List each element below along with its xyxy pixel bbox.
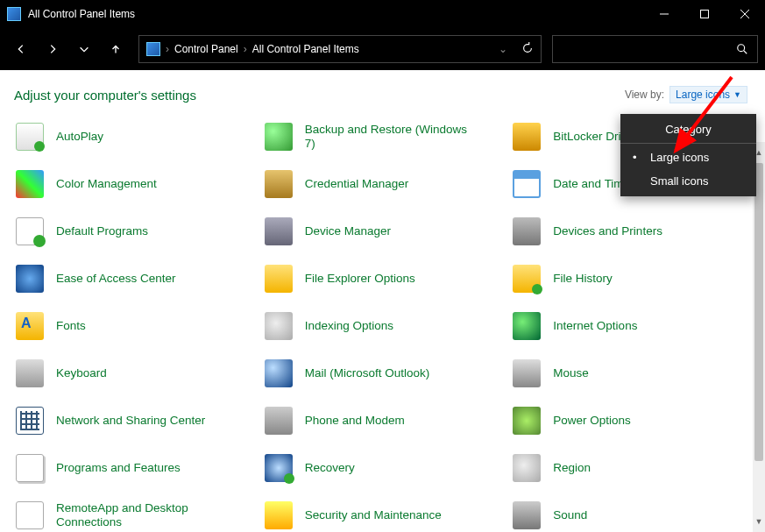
- color-management-icon: [14, 168, 46, 200]
- item-label: AutoPlay: [56, 130, 103, 144]
- indexing-options-icon: [263, 310, 294, 342]
- backup-restore-icon: [263, 121, 294, 153]
- item-label: Power Options: [553, 414, 631, 428]
- internet-options-icon: [511, 310, 542, 342]
- item-device-manager[interactable]: Device Manager: [263, 216, 512, 247]
- svg-point-4: [738, 45, 745, 52]
- item-programs-features[interactable]: Programs and Features: [14, 452, 263, 484]
- item-label: Keyboard: [56, 366, 107, 380]
- keyboard-icon: [14, 358, 46, 389]
- viewby-option-small[interactable]: Small icons: [620, 169, 756, 193]
- item-label: Credential Manager: [305, 177, 409, 191]
- control-panel-icon: [146, 42, 160, 56]
- default-programs-icon: [14, 216, 46, 247]
- remoteapp-icon: [14, 500, 46, 531]
- item-label: Phone and Modem: [305, 414, 405, 428]
- ease-of-access-icon: [14, 263, 46, 294]
- back-button[interactable]: [7, 35, 35, 63]
- viewby-option-large[interactable]: Large icons: [620, 145, 756, 169]
- item-autoplay[interactable]: AutoPlay: [14, 121, 263, 153]
- item-indexing-options[interactable]: Indexing Options: [263, 310, 512, 342]
- phone-modem-icon: [263, 405, 294, 436]
- item-mail[interactable]: Mail (Microsoft Outlook): [263, 358, 512, 389]
- titlebar: All Control Panel Items: [0, 0, 765, 28]
- item-devices-printers[interactable]: Devices and Printers: [511, 216, 760, 247]
- svg-line-5: [744, 51, 747, 54]
- item-remoteapp[interactable]: RemoteApp and Desktop Connections: [14, 500, 263, 531]
- item-label: Programs and Features: [56, 461, 181, 475]
- menu-separator: [620, 143, 756, 144]
- sound-icon: [511, 500, 542, 531]
- item-sound[interactable]: Sound: [511, 500, 760, 531]
- autoplay-icon: [14, 121, 46, 153]
- maximize-button[interactable]: [684, 0, 725, 28]
- item-label: Devices and Printers: [553, 224, 662, 238]
- credential-manager-icon: [263, 168, 294, 200]
- item-phone-modem[interactable]: Phone and Modem: [263, 405, 512, 436]
- item-power-options[interactable]: Power Options: [511, 405, 760, 436]
- item-label: Indexing Options: [305, 319, 393, 333]
- window-title: All Control Panel Items: [28, 8, 135, 20]
- region-icon: [511, 452, 542, 484]
- viewby-menu: Category Large icons Small icons: [620, 114, 756, 196]
- programs-features-icon: [14, 452, 46, 484]
- item-label: Backup and Restore (Windows 7): [305, 123, 471, 150]
- item-backup-restore[interactable]: Backup and Restore (Windows 7): [263, 121, 512, 153]
- vertical-scrollbar[interactable]: ▲ ▼: [753, 142, 765, 532]
- fonts-icon: [14, 310, 46, 342]
- item-label: Mouse: [553, 366, 589, 380]
- mouse-icon: [511, 358, 542, 389]
- search-box[interactable]: [552, 35, 758, 63]
- security-maintenance-icon: [263, 500, 294, 531]
- viewby-dropdown[interactable]: Large icons ▼: [669, 86, 747, 103]
- item-default-programs[interactable]: Default Programs: [14, 216, 263, 247]
- item-mouse[interactable]: Mouse: [511, 358, 760, 389]
- page-title: Adjust your computer's settings: [14, 88, 196, 103]
- chevron-right-icon[interactable]: ›: [166, 43, 169, 55]
- item-label: RemoteApp and Desktop Connections: [56, 501, 223, 528]
- scroll-thumb[interactable]: [754, 163, 763, 461]
- item-label: Default Programs: [56, 224, 148, 238]
- item-label: Fonts: [56, 319, 86, 333]
- item-label: Network and Sharing Center: [56, 414, 205, 428]
- forward-button[interactable]: [39, 35, 67, 63]
- item-ease-of-access[interactable]: Ease of Access Center: [14, 263, 263, 294]
- caret-down-icon: ▼: [733, 90, 741, 99]
- viewby-option-category[interactable]: Category: [620, 117, 756, 141]
- item-color-management[interactable]: Color Management: [14, 168, 263, 200]
- item-security-maintenance[interactable]: Security and Maintenance: [263, 500, 512, 531]
- viewby-label: View by:: [625, 89, 664, 101]
- device-manager-icon: [263, 216, 294, 247]
- chevron-down-icon[interactable]: ⌄: [499, 43, 507, 55]
- viewby-value: Large icons: [676, 89, 730, 101]
- item-recovery[interactable]: Recovery: [263, 452, 512, 484]
- refresh-button[interactable]: [521, 42, 534, 57]
- recovery-icon: [263, 452, 294, 484]
- recent-locations-button[interactable]: [70, 35, 98, 63]
- devices-printers-icon: [511, 216, 542, 247]
- chevron-right-icon[interactable]: ›: [244, 43, 247, 55]
- file-history-icon: [511, 263, 542, 294]
- close-button[interactable]: [725, 0, 765, 28]
- item-fonts[interactable]: Fonts: [14, 310, 263, 342]
- item-file-history[interactable]: File History: [511, 263, 760, 294]
- search-icon: [736, 43, 748, 55]
- address-bar[interactable]: › Control Panel › All Control Panel Item…: [138, 35, 542, 63]
- scroll-down-icon[interactable]: ▼: [753, 514, 765, 528]
- navbar: › Control Panel › All Control Panel Item…: [0, 28, 765, 70]
- breadcrumb-root[interactable]: Control Panel: [174, 43, 238, 55]
- item-internet-options[interactable]: Internet Options: [511, 310, 760, 342]
- minimize-button[interactable]: [644, 0, 684, 28]
- network-sharing-icon: [14, 405, 46, 436]
- item-network-sharing[interactable]: Network and Sharing Center: [14, 405, 263, 436]
- item-region[interactable]: Region: [511, 452, 760, 484]
- item-label: Recovery: [305, 461, 355, 475]
- bitlocker-icon: [511, 121, 542, 153]
- up-button[interactable]: [102, 35, 130, 63]
- item-keyboard[interactable]: Keyboard: [14, 358, 263, 389]
- item-label: Mail (Microsoft Outlook): [305, 366, 430, 380]
- svg-rect-1: [701, 11, 709, 18]
- item-credential-manager[interactable]: Credential Manager: [263, 168, 512, 200]
- item-file-explorer-options[interactable]: File Explorer Options: [263, 263, 512, 294]
- breadcrumb-current[interactable]: All Control Panel Items: [252, 43, 359, 55]
